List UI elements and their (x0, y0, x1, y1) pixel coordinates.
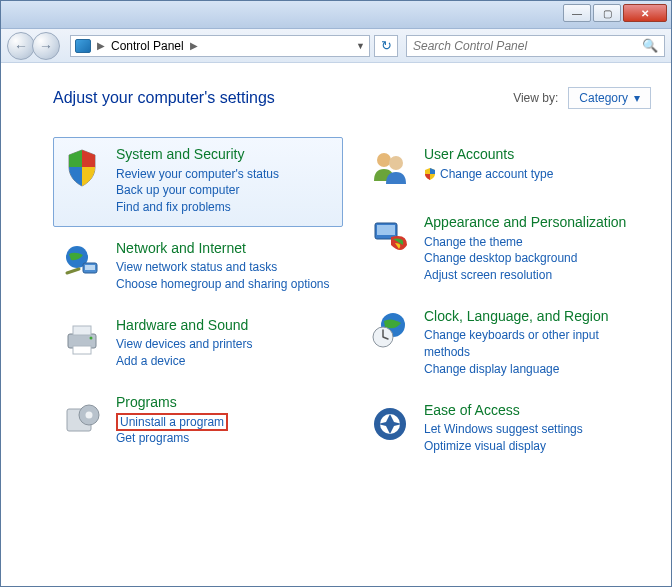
chevron-right-icon[interactable]: ▶ (190, 40, 198, 51)
category-link[interactable]: Choose homegroup and sharing options (116, 277, 329, 291)
category-link[interactable]: Change keyboards or other input methods (424, 328, 599, 359)
nav-buttons: ← → (7, 32, 60, 60)
category-link[interactable]: Change desktop background (424, 251, 577, 265)
search-icon[interactable]: 🔍 (642, 38, 658, 53)
address-bar[interactable]: ▶ Control Panel ▶ ▼ (70, 35, 370, 57)
svg-point-10 (377, 153, 391, 167)
category-title[interactable]: User Accounts (424, 146, 644, 164)
control-panel-window: — ▢ ✕ ← → ▶ Control Panel ▶ ▼ ↻ 🔍 Adjust… (0, 0, 672, 587)
category-link[interactable]: Optimize visual display (424, 439, 546, 453)
chevron-right-icon: ▶ (97, 40, 105, 51)
view-by-value: Category (579, 91, 628, 105)
programs-icon (60, 394, 104, 438)
chevron-down-icon: ▾ (634, 91, 640, 105)
appearance-icon (368, 214, 412, 258)
clock-globe-icon (368, 308, 412, 352)
view-by-label: View by: (513, 91, 558, 105)
categories-columns: System and Security Review your computer… (53, 137, 651, 470)
left-column: System and Security Review your computer… (53, 137, 343, 470)
svg-point-11 (389, 156, 403, 170)
category-title[interactable]: Clock, Language, and Region (424, 308, 644, 326)
category-title[interactable]: Appearance and Personalization (424, 214, 644, 232)
toolbar: ← → ▶ Control Panel ▶ ▼ ↻ 🔍 (1, 29, 671, 63)
category-link[interactable]: Change the theme (424, 235, 523, 249)
category-link[interactable]: Let Windows suggest settings (424, 422, 583, 436)
control-panel-icon (75, 39, 91, 53)
category-link[interactable]: Add a device (116, 354, 185, 368)
category-network-internet[interactable]: Network and Internet View network status… (53, 231, 343, 304)
category-title[interactable]: Network and Internet (116, 240, 336, 258)
category-clock-language-region[interactable]: Clock, Language, and Region Change keybo… (361, 299, 651, 389)
view-by: View by: Category ▾ (513, 87, 651, 109)
search-box[interactable]: 🔍 (406, 35, 665, 57)
svg-rect-5 (73, 346, 91, 354)
address-dropdown-icon[interactable]: ▼ (356, 41, 365, 51)
view-by-select[interactable]: Category ▾ (568, 87, 651, 109)
minimize-button[interactable]: — (563, 4, 591, 22)
svg-rect-4 (73, 326, 91, 335)
uac-shield-icon (424, 168, 436, 180)
category-system-security[interactable]: System and Security Review your computer… (53, 137, 343, 227)
category-ease-of-access[interactable]: Ease of Access Let Windows suggest setti… (361, 393, 651, 466)
breadcrumb[interactable]: Control Panel (111, 39, 184, 53)
category-title[interactable]: Programs (116, 394, 336, 412)
category-title[interactable]: System and Security (116, 146, 336, 164)
category-link[interactable]: View devices and printers (116, 337, 253, 351)
right-column: User Accounts Change account type (361, 137, 651, 470)
category-title[interactable]: Hardware and Sound (116, 317, 336, 335)
svg-point-9 (86, 412, 93, 419)
category-user-accounts[interactable]: User Accounts Change account type (361, 137, 651, 201)
users-icon (368, 146, 412, 190)
category-hardware-sound[interactable]: Hardware and Sound View devices and prin… (53, 308, 343, 381)
category-programs[interactable]: Programs Uninstall a program Get program… (53, 385, 343, 458)
refresh-button[interactable]: ↻ (374, 35, 398, 57)
close-button[interactable]: ✕ (623, 4, 667, 22)
ease-of-access-icon (368, 402, 412, 446)
category-link[interactable]: Change display language (424, 362, 559, 376)
maximize-button[interactable]: ▢ (593, 4, 621, 22)
search-input[interactable] (413, 39, 642, 53)
page-title: Adjust your computer's settings (53, 89, 275, 107)
header-row: Adjust your computer's settings View by:… (53, 87, 651, 109)
category-link[interactable]: Find and fix problems (116, 200, 231, 214)
content-area: Adjust your computer's settings View by:… (1, 63, 671, 586)
category-link[interactable]: Change account type (440, 167, 553, 181)
globe-network-icon (60, 240, 104, 284)
svg-rect-13 (377, 225, 395, 235)
titlebar: — ▢ ✕ (1, 1, 671, 29)
shield-icon (60, 146, 104, 190)
forward-button[interactable]: → (32, 32, 60, 60)
category-title[interactable]: Ease of Access (424, 402, 644, 420)
category-link[interactable]: View network status and tasks (116, 260, 277, 274)
category-link[interactable]: Get programs (116, 431, 189, 445)
svg-point-6 (90, 336, 93, 339)
printer-icon (60, 317, 104, 361)
category-link[interactable]: Adjust screen resolution (424, 268, 552, 282)
category-link[interactable]: Review your computer's status (116, 167, 279, 181)
svg-rect-2 (85, 265, 95, 270)
category-appearance-personalization[interactable]: Appearance and Personalization Change th… (361, 205, 651, 295)
category-link[interactable]: Back up your computer (116, 183, 239, 197)
back-button[interactable]: ← (7, 32, 35, 60)
link-uninstall-program[interactable]: Uninstall a program (116, 413, 228, 431)
